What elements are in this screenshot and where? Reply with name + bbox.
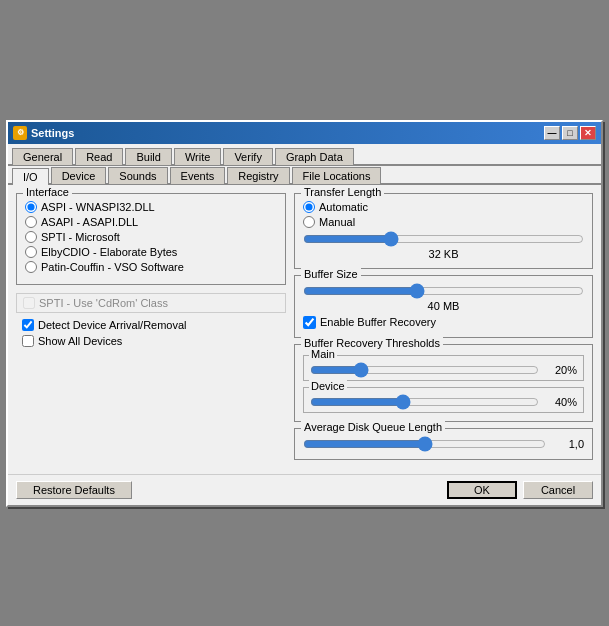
device-threshold-slider[interactable] [310,395,539,409]
device-threshold-value: 40% [545,396,577,408]
tab-verify[interactable]: Verify [223,148,273,165]
window-title: Settings [31,127,74,139]
detect-device-label: Detect Device Arrival/Removal [38,319,187,331]
show-all-devices-checkbox[interactable]: Show All Devices [16,335,286,347]
device-threshold-slider-container: 40% [310,395,577,409]
radio-elbycdio-input[interactable] [25,246,37,258]
spti-cdrom-checkbox[interactable]: SPTI - Use 'CdRom' Class [16,293,286,313]
main-content: Interface ASPI - WNASPI32.DLL ASAPI - AS… [8,185,601,474]
bottom-bar: Restore Defaults OK Cancel [8,474,601,505]
spti-cdrom-label: SPTI - Use 'CdRom' Class [39,297,168,309]
radio-elbycdio[interactable]: ElbyCDIO - Elaborate Bytes [25,246,277,258]
radio-manual[interactable]: Manual [303,216,584,228]
radio-manual-input[interactable] [303,216,315,228]
interface-group: Interface ASPI - WNASPI32.DLL ASAPI - AS… [16,193,286,285]
device-label: Device [309,380,347,392]
maximize-button[interactable]: □ [562,126,578,140]
main-threshold-group: Main 20% Device 40% [303,355,584,413]
transfer-length-value: 32 KB [303,248,584,260]
left-panel: Interface ASPI - WNASPI32.DLL ASAPI - AS… [16,193,286,466]
tab-graph-data[interactable]: Graph Data [275,148,354,165]
radio-spti[interactable]: SPTI - Microsoft [25,231,277,243]
tab-registry[interactable]: Registry [227,167,289,184]
ok-cancel-group: OK Cancel [447,481,593,499]
main-threshold-box: Main 20% [303,355,584,381]
radio-elbycdio-label: ElbyCDIO - Elaborate Bytes [41,246,177,258]
transfer-length-slider[interactable] [303,232,584,246]
tab-device[interactable]: Device [51,167,107,184]
title-bar: ⚙ Settings — □ ✕ [8,122,601,144]
transfer-length-title: Transfer Length [301,186,384,198]
detect-device-checkbox[interactable]: Detect Device Arrival/Removal [16,319,286,331]
enable-buffer-recovery-label: Enable Buffer Recovery [320,316,436,328]
minimize-button[interactable]: — [544,126,560,140]
buffer-size-slider-container [303,284,584,298]
spti-cdrom-input[interactable] [23,297,35,309]
buffer-recovery-group: Buffer Recovery Thresholds Main 20% Devi… [294,344,593,422]
radio-spti-input[interactable] [25,231,37,243]
radio-manual-label: Manual [319,216,355,228]
tab-events[interactable]: Events [170,167,226,184]
tab-file-locations[interactable]: File Locations [292,167,382,184]
tab-write[interactable]: Write [174,148,221,165]
tabs-row1: General Read Build Write Verify Graph Da… [8,144,601,166]
radio-patin-label: Patin-Couffin - VSO Software [41,261,184,273]
radio-aspi-input[interactable] [25,201,37,213]
device-threshold-box: Device 40% [303,387,584,413]
avg-disk-slider[interactable] [303,437,546,451]
app-icon: ⚙ [13,126,27,140]
title-buttons: — □ ✕ [544,126,596,140]
show-all-devices-input[interactable] [22,335,34,347]
show-all-devices-label: Show All Devices [38,335,122,347]
close-button[interactable]: ✕ [580,126,596,140]
enable-buffer-recovery-row: Enable Buffer Recovery [303,316,584,329]
tabs-row2: I/O Device Sounds Events Registry File L… [8,166,601,185]
avg-disk-slider-container: 1,0 [303,437,584,451]
transfer-length-group: Transfer Length Automatic Manual 32 KB [294,193,593,269]
radio-asapi-label: ASAPI - ASAPI.DLL [41,216,138,228]
radio-automatic-label: Automatic [319,201,368,213]
buffer-size-value: 40 MB [303,300,584,312]
buffer-size-slider[interactable] [303,284,584,298]
settings-window: ⚙ Settings — □ ✕ General Read Build Writ… [6,120,603,507]
avg-disk-queue-title: Average Disk Queue Length [301,421,445,433]
transfer-length-slider-container [303,232,584,246]
tab-general[interactable]: General [12,148,73,165]
avg-disk-queue-group: Average Disk Queue Length 1,0 [294,428,593,460]
radio-aspi[interactable]: ASPI - WNASPI32.DLL [25,201,277,213]
detect-device-input[interactable] [22,319,34,331]
radio-spti-label: SPTI - Microsoft [41,231,120,243]
enable-buffer-recovery-input[interactable] [303,316,316,329]
cancel-button[interactable]: Cancel [523,481,593,499]
restore-defaults-button[interactable]: Restore Defaults [16,481,132,499]
main-threshold-slider-container: 20% [310,363,577,377]
buffer-size-title: Buffer Size [301,268,361,280]
right-panel: Transfer Length Automatic Manual 32 KB B… [294,193,593,466]
tab-build[interactable]: Build [125,148,171,165]
main-threshold-value: 20% [545,364,577,376]
radio-patin-input[interactable] [25,261,37,273]
interface-group-title: Interface [23,186,72,198]
tab-read[interactable]: Read [75,148,123,165]
radio-asapi-input[interactable] [25,216,37,228]
radio-patin[interactable]: Patin-Couffin - VSO Software [25,261,277,273]
radio-automatic[interactable]: Automatic [303,201,584,213]
ok-button[interactable]: OK [447,481,517,499]
radio-asapi[interactable]: ASAPI - ASAPI.DLL [25,216,277,228]
main-threshold-slider[interactable] [310,363,539,377]
avg-disk-value: 1,0 [552,438,584,450]
radio-automatic-input[interactable] [303,201,315,213]
buffer-size-group: Buffer Size 40 MB Enable Buffer Recovery [294,275,593,338]
tab-sounds[interactable]: Sounds [108,167,167,184]
title-bar-left: ⚙ Settings [13,126,74,140]
tab-io[interactable]: I/O [12,168,49,185]
main-label: Main [309,348,337,360]
radio-aspi-label: ASPI - WNASPI32.DLL [41,201,155,213]
